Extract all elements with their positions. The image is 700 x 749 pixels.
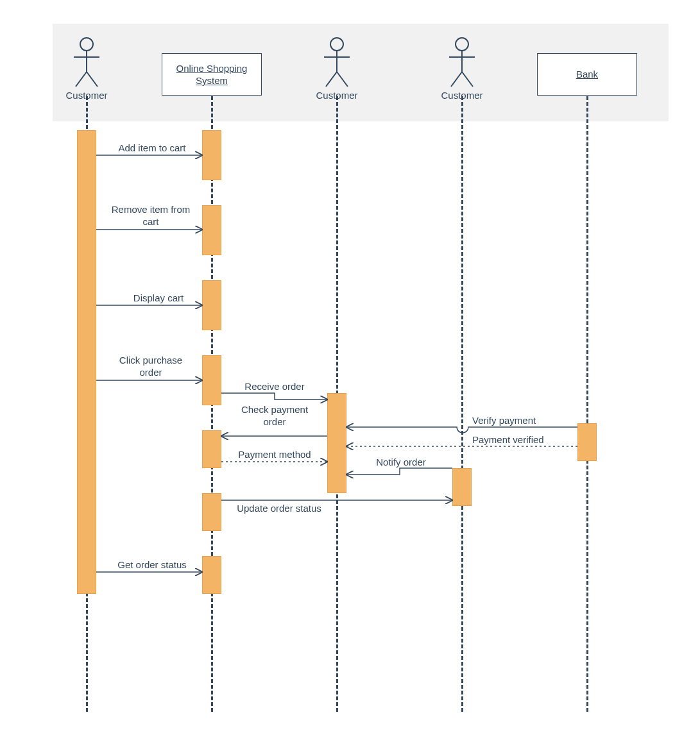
msg-payment-method: Payment method — [230, 449, 320, 461]
msg-notify-order: Notify order — [359, 457, 443, 469]
msg-remove-item: Remove item from cart — [109, 204, 192, 228]
message-arrows — [0, 0, 700, 749]
msg-get-status: Get order status — [104, 559, 200, 571]
msg-add-item: Add item to cart — [104, 142, 200, 155]
msg-check-payment: Check payment order — [230, 404, 320, 428]
msg-update-status: Update order status — [225, 503, 334, 515]
sequence-diagram: Customer Online Shopping System Customer… — [0, 0, 700, 749]
msg-click-purchase: Click purchase order — [109, 355, 192, 379]
msg-receive-order: Receive order — [230, 381, 320, 393]
msg-payment-verified: Payment verified — [472, 434, 575, 446]
msg-display-cart: Display cart — [123, 292, 194, 305]
msg-verify-payment: Verify payment — [472, 415, 575, 427]
